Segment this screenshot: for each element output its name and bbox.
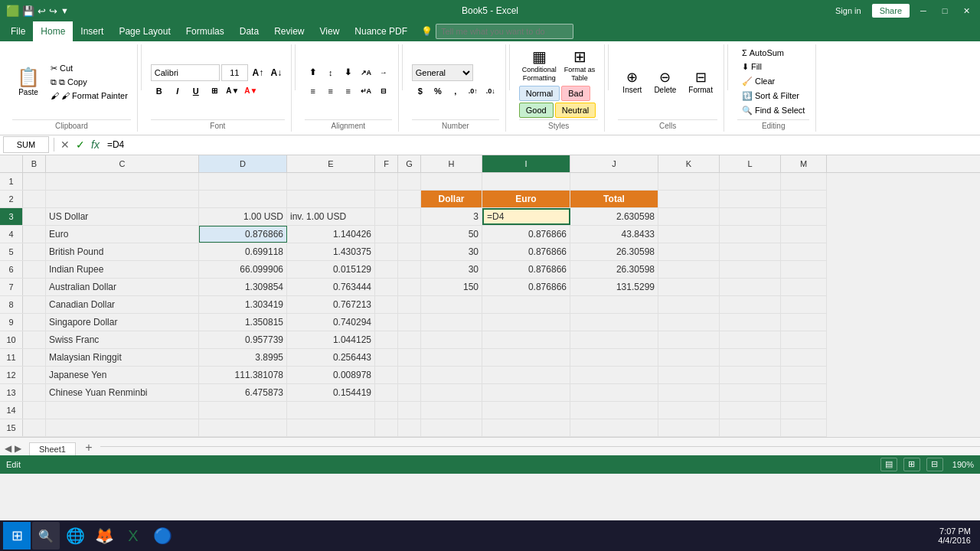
col-header-k[interactable]: K <box>658 155 720 172</box>
cell-b8[interactable] <box>23 296 46 313</box>
cell-e3[interactable]: inv. 1.00 USD <box>287 208 375 225</box>
cell-b7[interactable] <box>23 279 46 295</box>
cell-g11[interactable] <box>398 349 421 366</box>
row-num-15[interactable]: 15 <box>0 419 23 436</box>
style-neutral-button[interactable]: Neutral <box>555 103 596 118</box>
cell-b12[interactable] <box>23 367 46 383</box>
start-button[interactable]: ⊞ <box>3 522 31 549</box>
align-top-button[interactable]: ⬆ <box>305 64 322 81</box>
cell-c3[interactable]: US Dollar <box>46 208 199 225</box>
cell-f11[interactable] <box>375 349 398 366</box>
cell-i1[interactable] <box>482 173 570 190</box>
cell-f2[interactable] <box>375 191 398 207</box>
row-num-14[interactable]: 14 <box>0 402 23 419</box>
cell-f4[interactable] <box>375 226 398 243</box>
cell-k4[interactable] <box>658 226 720 243</box>
cell-b6[interactable] <box>23 261 46 278</box>
cell-h1[interactable] <box>421 173 482 190</box>
clear-button[interactable]: 🧹 Clear <box>737 75 809 88</box>
minimize-button[interactable]: ─ <box>916 3 931 18</box>
indent-increase-button[interactable]: → <box>375 64 392 81</box>
page-layout-view-button[interactable]: ⊞ <box>903 458 920 471</box>
cell-h7[interactable]: 150 <box>421 279 482 295</box>
cell-f8[interactable] <box>375 296 398 313</box>
cell-h5[interactable]: 30 <box>421 243 482 260</box>
cell-d4[interactable]: 0.876866 <box>199 226 287 243</box>
percent-button[interactable]: % <box>430 83 446 99</box>
cell-k6[interactable] <box>658 261 720 278</box>
row-num-9[interactable]: 9 <box>0 314 23 331</box>
cell-f10[interactable] <box>375 331 398 348</box>
cell-l13[interactable] <box>720 384 781 401</box>
cell-l12[interactable] <box>720 367 781 383</box>
cell-e6[interactable]: 0.015129 <box>287 261 375 278</box>
cell-e11[interactable]: 0.256443 <box>287 349 375 366</box>
cell-k2[interactable] <box>658 191 720 207</box>
col-header-i[interactable]: I <box>482 155 570 172</box>
confirm-formula-icon[interactable]: ✓ <box>74 137 87 152</box>
row-num-2[interactable]: 2 <box>0 191 23 207</box>
cancel-formula-icon[interactable]: ✕ <box>59 137 71 152</box>
cell-g6[interactable] <box>398 261 421 278</box>
tab-page-layout[interactable]: Page Layout <box>111 21 178 41</box>
formula-input[interactable] <box>104 136 977 153</box>
cell-f3[interactable] <box>375 208 398 225</box>
find-select-button[interactable]: 🔍 Find & Select <box>737 104 809 117</box>
cell-d14[interactable] <box>199 402 287 419</box>
cell-f13[interactable] <box>375 384 398 401</box>
bold-button[interactable]: B <box>151 83 168 99</box>
style-bad-button[interactable]: Bad <box>561 86 590 101</box>
cell-j15[interactable] <box>570 419 658 436</box>
cell-l11[interactable] <box>720 349 781 366</box>
cell-e8[interactable]: 0.767213 <box>287 296 375 313</box>
cell-h8[interactable] <box>421 296 482 313</box>
col-header-d[interactable]: D <box>199 155 287 172</box>
cell-h9[interactable] <box>421 314 482 331</box>
cell-j8[interactable] <box>570 296 658 313</box>
cell-h15[interactable] <box>421 419 482 436</box>
cell-m4[interactable] <box>781 226 827 243</box>
row-num-3[interactable]: 3 <box>0 208 23 225</box>
cell-d10[interactable]: 0.957739 <box>199 331 287 348</box>
cell-e1[interactable] <box>287 173 375 190</box>
decrease-font-button[interactable]: A↓ <box>268 64 285 81</box>
cell-l15[interactable] <box>720 419 781 436</box>
cell-m13[interactable] <box>781 384 827 401</box>
cell-j13[interactable] <box>570 384 658 401</box>
tab-file[interactable]: File <box>3 21 33 41</box>
cell-i6[interactable]: 0.876866 <box>482 261 570 278</box>
cell-g10[interactable] <box>398 331 421 348</box>
cell-l6[interactable] <box>720 261 781 278</box>
cell-k12[interactable] <box>658 367 720 383</box>
font-color-button[interactable]: A▼ <box>243 83 260 99</box>
col-header-l[interactable]: L <box>720 155 781 172</box>
number-format-select[interactable]: General Number Currency <box>412 64 473 81</box>
row-num-11[interactable]: 11 <box>0 349 23 366</box>
cell-j11[interactable] <box>570 349 658 366</box>
cell-g8[interactable] <box>398 296 421 313</box>
cell-c13[interactable]: Chinese Yuan Renminbi <box>46 384 199 401</box>
cell-i12[interactable] <box>482 367 570 383</box>
cell-i11[interactable] <box>482 349 570 366</box>
cell-g12[interactable] <box>398 367 421 383</box>
taskbar-excel[interactable]: X <box>119 522 147 549</box>
cell-b5[interactable] <box>23 243 46 260</box>
cell-i13[interactable] <box>482 384 570 401</box>
cell-h14[interactable] <box>421 402 482 419</box>
sort-filter-button[interactable]: 🔃 Sort & Filter <box>737 90 809 103</box>
cut-button[interactable]: ✂ Cut <box>47 62 131 75</box>
cell-h13[interactable] <box>421 384 482 401</box>
merge-center-button[interactable]: ⊟ <box>375 83 392 99</box>
cell-m9[interactable] <box>781 314 827 331</box>
cell-d12[interactable]: 111.381078 <box>199 367 287 383</box>
cell-b14[interactable] <box>23 402 46 419</box>
taskbar-firefox[interactable]: 🦊 <box>90 522 118 549</box>
cell-g15[interactable] <box>398 419 421 436</box>
cell-m5[interactable] <box>781 243 827 260</box>
cell-c15[interactable] <box>46 419 199 436</box>
cell-l10[interactable] <box>720 331 781 348</box>
cell-b10[interactable] <box>23 331 46 348</box>
cell-c11[interactable]: Malaysian Ringgit <box>46 349 199 366</box>
cell-k15[interactable] <box>658 419 720 436</box>
cell-i7[interactable]: 0.876866 <box>482 279 570 295</box>
